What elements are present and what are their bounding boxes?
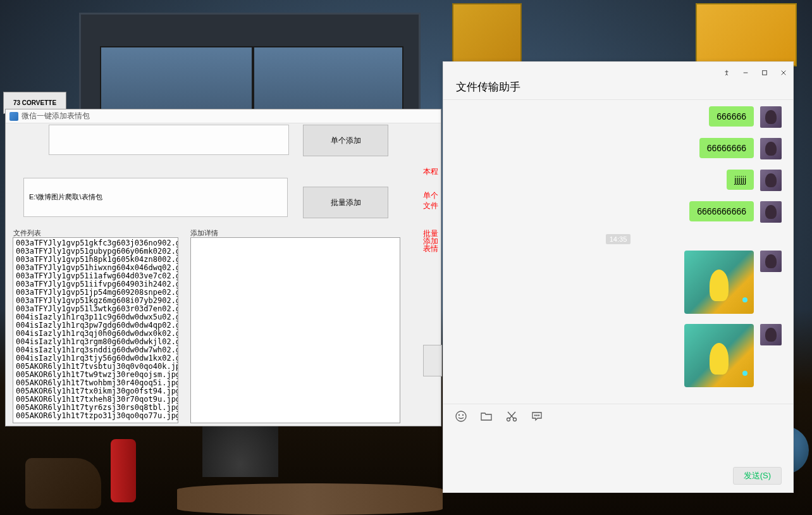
bg-poster-right: [696, 3, 797, 66]
pin-icon[interactable]: [722, 68, 731, 77]
tool-window-title: 微信一键添加表情包: [22, 111, 90, 121]
help-text-6: 表情: [423, 244, 442, 254]
svg-point-3: [463, 415, 464, 416]
maximize-icon[interactable]: [760, 68, 769, 77]
message-row: 66666666: [455, 138, 782, 159]
help-text-1: 本程: [423, 166, 442, 177]
send-button[interactable]: 发送(S): [733, 467, 782, 485]
bg-extinguisher: [111, 439, 136, 502]
help-text-3: 文件: [423, 201, 442, 211]
avatar[interactable]: [760, 138, 782, 159]
detail-list-box[interactable]: [190, 237, 400, 423]
svg-point-1: [456, 411, 466, 421]
app-icon: [9, 112, 18, 121]
avatar[interactable]: [760, 201, 782, 223]
chat-messages-area[interactable]: 66666666666666jjjjjj666666666614:35: [443, 100, 793, 404]
svg-point-8: [538, 415, 539, 416]
wechat-titlebar[interactable]: 文件传输助手: [443, 62, 793, 100]
file-list-label: 文件列表: [13, 228, 41, 238]
message-row: jjjjjj: [455, 170, 782, 191]
help-text-2: 单个: [423, 190, 442, 201]
minimize-icon[interactable]: [741, 68, 750, 77]
bg-shoe: [25, 458, 101, 509]
svg-rect-0: [763, 71, 767, 75]
batch-add-button[interactable]: 批量添加: [303, 187, 388, 218]
svg-point-6: [534, 415, 535, 416]
wechat-window: 文件传输助手 66666666666666jjjjjj666666666614:…: [443, 61, 794, 493]
wechat-chat-title: 文件传输助手: [451, 67, 520, 94]
single-file-input[interactable]: [49, 125, 289, 155]
input-area: 发送(S): [443, 404, 793, 492]
svg-point-5: [514, 418, 517, 421]
avatar[interactable]: [760, 251, 782, 272]
avatar[interactable]: [760, 170, 782, 191]
message-bubble[interactable]: 6666666666: [689, 201, 754, 221]
emoji-icon[interactable]: [455, 410, 467, 423]
image-message[interactable]: [684, 324, 754, 387]
chat-history-icon[interactable]: [531, 410, 543, 423]
avatar[interactable]: [760, 324, 782, 345]
tool-titlebar[interactable]: 微信一键添加表情包: [6, 109, 441, 123]
scissors-icon[interactable]: [505, 410, 518, 423]
image-message[interactable]: [684, 251, 754, 314]
folder-icon[interactable]: [480, 410, 493, 423]
message-row: [455, 324, 782, 387]
message-bubble[interactable]: jjjjjj: [727, 170, 754, 190]
timestamp: 14:35: [455, 233, 782, 244]
file-list-box[interactable]: 003aTFYJly1gvp51gkfc3g603j036no902.gif00…: [13, 237, 178, 423]
close-icon[interactable]: [779, 68, 788, 77]
message-bubble[interactable]: 66666666: [699, 138, 754, 158]
single-add-button[interactable]: 单个添加: [303, 125, 388, 156]
message-bubble[interactable]: 666666: [709, 106, 754, 127]
message-row: [455, 251, 782, 314]
message-row: 6666666666: [455, 201, 782, 223]
partial-button[interactable]: [423, 345, 442, 376]
message-row: 666666: [455, 106, 782, 128]
svg-point-2: [459, 415, 460, 416]
list-item[interactable]: 005AKOR6ly1h1t7tzpo31j30qo0qo77u.jpg: [16, 412, 175, 420]
bg-poster-left: [452, 3, 522, 66]
svg-point-4: [507, 418, 510, 421]
emoji-tool-window: 微信一键添加表情包 单个添加 E:\微博图片爬取\表情包 批量添加 本程 单个 …: [5, 109, 441, 426]
folder-path-input[interactable]: E:\微博图片爬取\表情包: [23, 178, 288, 217]
detail-list-label: 添加详情: [190, 228, 218, 238]
avatar[interactable]: [760, 106, 782, 128]
input-toolbar: [443, 404, 793, 428]
window-controls: [722, 68, 788, 77]
svg-point-7: [536, 415, 537, 416]
bg-carpet: [177, 483, 443, 515]
message-input[interactable]: [443, 428, 793, 467]
